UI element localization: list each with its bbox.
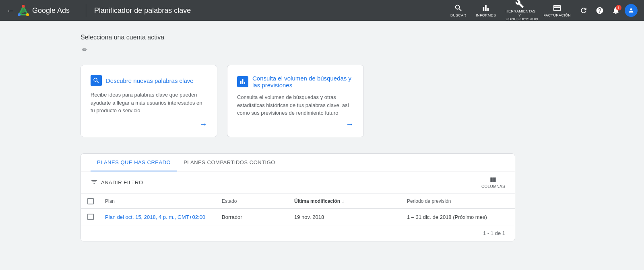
page-title: Planificador de palabras clave	[94, 6, 446, 15]
svg-point-2	[18, 13, 21, 16]
edit-account-button[interactable]: ✏	[80, 44, 89, 55]
svg-point-4	[22, 5, 25, 8]
tab-planes-compartidos[interactable]: PLANES COMPARTIDOS CONTIGO	[177, 154, 282, 171]
funnel-icon	[91, 178, 98, 185]
filter-icon	[91, 178, 98, 187]
herramientas-label: HERRAMIENTAS Y CONFIGURACIÓN	[506, 10, 534, 22]
topbar: ← Google Ads Planificador de palabras cl…	[0, 0, 644, 21]
card-header-discover: Descubre nuevas palabras clave	[91, 75, 207, 86]
plan-periodo: 1 – 31 dic. de 2018 (Próximo mes)	[402, 214, 515, 220]
volume-card-title: Consulta el volumen de búsquedas y las p…	[252, 75, 354, 89]
discover-card-icon	[91, 75, 102, 86]
svg-rect-7	[494, 177, 496, 182]
table-row: Plan del oct. 15, 2018, 4 p. m., GMT+02:…	[81, 209, 515, 225]
th-checkbox	[81, 198, 100, 204]
facturacion-icon	[553, 4, 561, 12]
help-icon	[596, 6, 604, 14]
plan-link[interactable]: Plan del oct. 15, 2018, 4 p. m., GMT+02:…	[100, 214, 217, 220]
buscar-button[interactable]: BUSCAR	[446, 2, 470, 19]
refresh-icon	[580, 6, 588, 14]
app-name: Google Ads	[32, 6, 70, 15]
select-all-checkbox[interactable]	[87, 198, 94, 204]
th-ultima[interactable]: Última modificación ↓	[289, 198, 402, 204]
th-estado: Estado	[217, 198, 289, 204]
buscar-label: BUSCAR	[450, 14, 466, 18]
user-avatar-button[interactable]	[625, 4, 638, 17]
topbar-right-actions: BUSCAR INFORMES HERRAMIENTAS Y CONFIGURA…	[446, 0, 638, 23]
table-header: Plan Estado Última modificación ↓ Period…	[81, 194, 515, 209]
discover-keywords-card[interactable]: Descubre nuevas palabras clave Recibe id…	[80, 65, 217, 137]
google-ads-logo-icon	[18, 5, 29, 16]
discover-card-arrow: →	[199, 120, 207, 129]
main-content: Selecciona una cuenta activa ✏ Descubre …	[0, 21, 564, 254]
notification-badge: !	[616, 5, 621, 10]
informes-label: INFORMES	[476, 14, 496, 18]
columns-label: COLUMNAS	[481, 184, 505, 189]
columns-icon	[489, 176, 497, 183]
add-filter-button[interactable]: AÑADIR FILTRO	[101, 179, 143, 185]
filter-row: AÑADIR FILTRO COLUMNAS	[81, 171, 515, 194]
discover-card-title: Descubre nuevas palabras clave	[106, 77, 194, 84]
tab-planes-creados[interactable]: PLANES QUE HAS CREADO	[91, 154, 177, 171]
svg-rect-5	[491, 177, 492, 182]
plans-section: PLANES QUE HAS CREADO PLANES COMPARTIDOS…	[80, 153, 515, 241]
pagination-info: 1 - 1 de 1	[483, 230, 505, 236]
volume-card-arrow: →	[346, 120, 354, 129]
account-section-title: Selecciona una cuenta activa	[80, 34, 564, 41]
volume-card-desc: Consulta el volumen de búsquedas y otras…	[237, 93, 354, 127]
columns-button[interactable]: COLUMNAS	[481, 176, 505, 189]
table-footer: 1 - 1 de 1	[81, 225, 515, 241]
th-periodo: Periodo de previsión	[402, 198, 515, 204]
card-header-volume: Consulta el volumen de búsquedas y las p…	[237, 75, 354, 89]
bar-chart-card-icon	[239, 78, 246, 85]
notifications-button[interactable]: !	[609, 3, 623, 18]
discover-card-desc: Recibe ideas para palabras clave que pue…	[91, 91, 207, 127]
sort-arrow-icon: ↓	[342, 198, 344, 204]
plan-estado: Borrador	[217, 214, 289, 220]
th-plan: Plan	[100, 198, 217, 204]
plan-ultima: 19 nov. 2018	[289, 214, 402, 220]
facturacion-button[interactable]: FACTURACIÓN	[539, 2, 575, 19]
svg-rect-6	[493, 177, 494, 182]
refresh-button[interactable]	[576, 3, 591, 18]
app-logo: Google Ads	[18, 5, 78, 16]
filter-left: AÑADIR FILTRO	[91, 178, 143, 187]
herramientas-button[interactable]: HERRAMIENTAS Y CONFIGURACIÓN	[502, 0, 538, 23]
row-checkbox[interactable]	[87, 214, 94, 220]
back-button[interactable]: ←	[6, 6, 14, 14]
facturacion-label: FACTURACIÓN	[543, 14, 571, 18]
row-checkbox-cell	[81, 214, 100, 220]
volume-card-icon	[237, 76, 248, 87]
herramientas-icon	[515, 0, 524, 8]
user-avatar-icon	[628, 7, 634, 14]
topbar-divider	[86, 4, 86, 17]
help-button[interactable]	[592, 3, 607, 18]
volume-forecasts-card[interactable]: Consulta el volumen de búsquedas y las p…	[227, 65, 364, 137]
search-icon	[454, 4, 463, 12]
informes-button[interactable]: INFORMES	[472, 2, 500, 19]
plans-tabs: PLANES QUE HAS CREADO PLANES COMPARTIDOS…	[81, 154, 515, 171]
svg-point-3	[26, 13, 29, 16]
search-card-icon	[93, 77, 100, 84]
informes-icon	[481, 4, 490, 12]
cards-row: Descubre nuevas palabras clave Recibe id…	[80, 65, 564, 137]
